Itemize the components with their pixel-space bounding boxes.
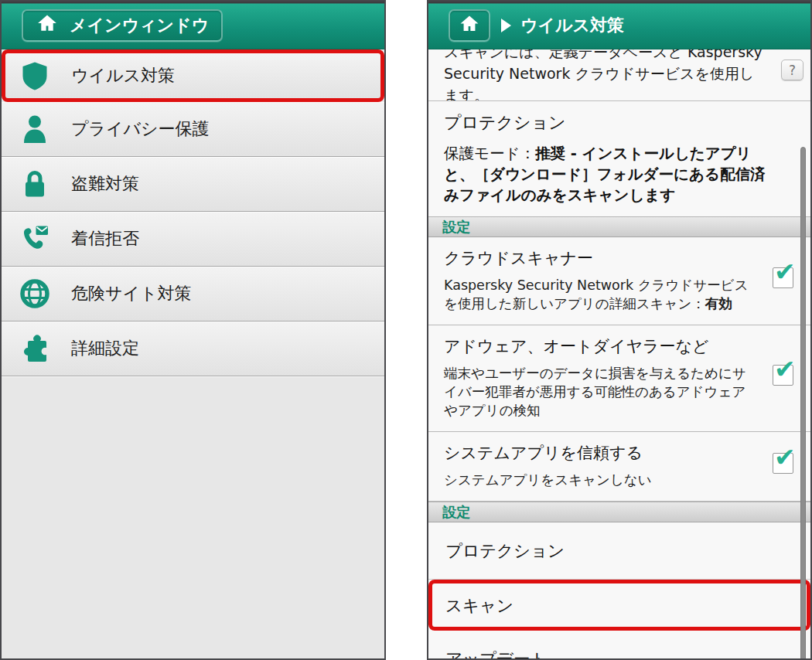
toggle-desc-text: Kaspersky Security Network クラウドサービスを使用した…: [444, 277, 749, 311]
toggle-description: Kaspersky Security Network クラウドサービスを使用した…: [444, 276, 753, 313]
lock-icon: [18, 168, 52, 199]
breadcrumb-arrow-icon: [501, 19, 511, 32]
sidebar-item-label: 盗難対策: [71, 172, 139, 196]
right-header: ウイルス対策: [428, 2, 810, 49]
toggle-description: システムアプリをスキャンしない: [444, 471, 753, 489]
left-header: メインウィンドウ: [2, 2, 384, 49]
left-header-title: メインウィンドウ: [70, 14, 209, 37]
check-icon: ✔: [774, 442, 796, 472]
puzzle-icon: [18, 333, 52, 364]
sidebar-item-web-protection[interactable]: 危険サイト対策: [2, 267, 384, 321]
checkbox[interactable]: ✔: [773, 365, 793, 386]
sidebar-item-antivirus[interactable]: ウイルス対策: [2, 49, 384, 102]
protection-mode-label: 保護モード：: [444, 145, 535, 162]
person-icon: [18, 114, 52, 145]
sidebar-item-settings[interactable]: 詳細設定: [2, 321, 384, 376]
sidebar-empty-area: [2, 376, 384, 657]
home-button[interactable]: メインウィンドウ: [22, 9, 223, 42]
sidebar-item-call-block[interactable]: 着信拒否: [2, 212, 384, 267]
protection-summary[interactable]: プロテクション 保護モード：推奨 - インストールしたアプリと、［ダウンロード］…: [428, 101, 810, 216]
home-icon: [36, 12, 59, 38]
toggle-title: クラウドスキャナー: [444, 247, 753, 269]
sidebar-item-label: 危険サイト対策: [71, 282, 192, 305]
check-icon: ✔: [774, 257, 796, 287]
sidebar-item-antitheft[interactable]: 盗難対策: [2, 157, 384, 212]
checkbox[interactable]: ✔: [773, 453, 793, 474]
toggle-trust-system-apps[interactable]: システムアプリを信頼する システムアプリをスキャンしない ✔: [428, 432, 810, 502]
toggle-adware-detection[interactable]: アドウェア、オートダイヤラーなど 端末やユーザーのデータに損害を与えるためにサイ…: [428, 325, 810, 432]
toggle-title: システムアプリを信頼する: [444, 442, 753, 464]
protection-title: プロテクション: [444, 111, 775, 134]
toggle-description: 端末やユーザーのデータに損害を与えるためにサイバー犯罪者が悪用する可能性のあるア…: [444, 364, 753, 420]
nav-item-protection[interactable]: プロテクション: [428, 522, 810, 580]
breadcrumb-title: ウイルス対策: [520, 14, 624, 37]
toggle-cloud-scanner[interactable]: クラウドスキャナー Kaspersky Security Network クラウ…: [428, 237, 810, 325]
section-header-settings-2: 設定: [428, 502, 810, 522]
antivirus-settings-panel: ウイルス対策 スキャンには、定義データベースと Kaspersky Securi…: [427, 0, 812, 660]
home-icon: [459, 13, 480, 38]
nav-item-label: スキャン: [445, 594, 513, 617]
intro-text-block: スキャンには、定義データベースと Kaspersky Security Netw…: [428, 49, 810, 101]
nav-item-label: アップデート: [445, 648, 548, 660]
check-icon: ✔: [774, 354, 796, 384]
nav-item-label: プロテクション: [445, 539, 565, 562]
toggle-title: アドウェア、オートダイヤラーなど: [444, 335, 753, 357]
phone-mail-icon: [18, 223, 52, 254]
section-header-settings-1: 設定: [428, 216, 810, 237]
sidebar-item-label: 詳細設定: [71, 337, 139, 360]
sidebar-item-label: ウイルス対策: [71, 64, 175, 87]
nav-item-scan[interactable]: スキャン: [428, 580, 810, 631]
toggle-desc-status: 有効: [705, 296, 732, 311]
main-window-panel: メインウィンドウ ウイルス対策 プライバシー保護 盗難対策 着信拒否: [0, 0, 386, 660]
sidebar-item-label: 着信拒否: [71, 227, 139, 250]
checkbox[interactable]: ✔: [773, 267, 793, 288]
sidebar-item-label: プライバシー保護: [71, 117, 210, 141]
scrollbar[interactable]: [800, 147, 806, 660]
settings-content: スキャンには、定義データベースと Kaspersky Security Netw…: [428, 49, 810, 660]
help-button[interactable]: ?: [781, 60, 803, 80]
help-label: ?: [789, 63, 796, 78]
shield-icon: [18, 60, 52, 91]
protection-mode-text: 保護モード：推奨 - インストールしたアプリと、［ダウンロード］フォルダーにある…: [444, 143, 775, 206]
nav-item-update[interactable]: アップデート: [428, 631, 810, 660]
globe-icon: [18, 278, 52, 309]
home-button[interactable]: [449, 9, 490, 42]
sidebar-item-privacy[interactable]: プライバシー保護: [2, 102, 384, 157]
intro-text: スキャンには、定義データベースと Kaspersky Security Netw…: [444, 49, 764, 101]
